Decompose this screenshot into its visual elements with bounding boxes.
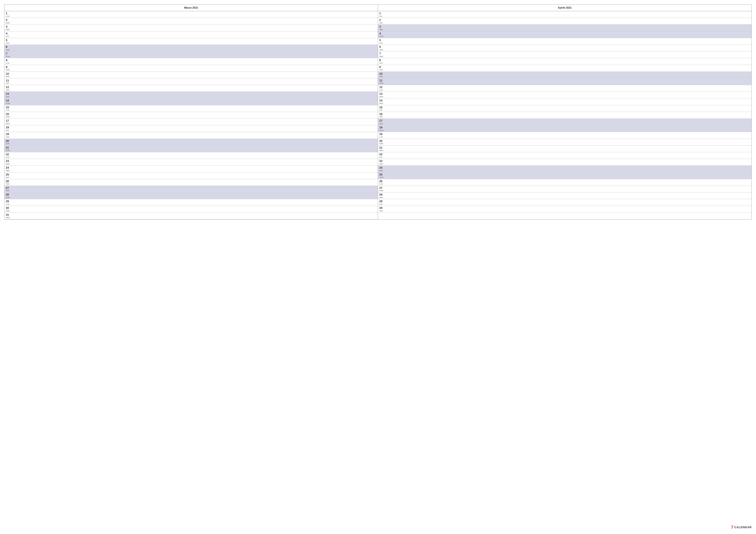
day-row: 6SAB (5, 45, 378, 51)
day-info: 27SAB (6, 186, 11, 192)
page: Marzo 20211LUN2MAR3MER4GIO5VEN6SAB7DOM8L… (0, 0, 756, 534)
day-row: 12VEN (5, 85, 378, 92)
day-name: GIO (379, 15, 384, 17)
day-row: 18GIO (5, 125, 378, 132)
day-row: 28MER (378, 192, 751, 199)
day-row: 25DOM (378, 172, 751, 179)
day-info: 29LUN (6, 200, 11, 205)
month-section-1: Marzo 20211LUN2MAR3MER4GIO5VEN6SAB7DOM8L… (5, 5, 378, 219)
branding-area: 7 CALENDAR (731, 525, 752, 530)
day-name: DOM (379, 176, 384, 179)
day-row: 10SAB (378, 72, 751, 78)
day-name: SAB (379, 29, 384, 31)
day-info: 30VEN (379, 206, 384, 212)
day-row: 7DOM (5, 51, 378, 58)
day-number: 2 (6, 18, 11, 22)
day-info: 11GIO (6, 79, 11, 85)
day-row: 16MAR (5, 112, 378, 119)
day-info: 25GIO (6, 173, 11, 179)
day-name: VEN (6, 136, 11, 138)
day-info: 24SAB (379, 166, 384, 172)
day-name: LUN (6, 62, 11, 64)
day-row: 30VEN (378, 206, 751, 213)
day-name: MAR (379, 190, 384, 192)
day-info: 12LUN (379, 86, 384, 91)
day-info: 26LUN (379, 180, 384, 185)
day-number: 27 (6, 186, 11, 190)
day-number: 6 (6, 45, 11, 49)
day-number: 21 (6, 146, 11, 149)
day-number: 19 (6, 132, 11, 136)
day-row: 3MER (5, 25, 378, 31)
day-name: MAR (6, 22, 11, 24)
day-row: 12LUN (378, 85, 751, 92)
day-name: DOM (6, 149, 11, 152)
day-info: 15LUN (6, 106, 11, 111)
day-name: LUN (379, 136, 384, 138)
day-number: 25 (6, 173, 11, 176)
day-info: 24MER (6, 166, 11, 172)
day-row: 3SAB (378, 25, 751, 31)
day-name: GIO (379, 109, 384, 111)
day-row: 8LUN (5, 58, 378, 65)
day-number: 28 (379, 193, 384, 196)
day-info: 9VEN (379, 65, 384, 71)
day-number: 24 (379, 166, 384, 169)
day-name: MER (379, 196, 384, 199)
day-number: 15 (379, 106, 384, 109)
day-row: 11DOM (378, 78, 751, 85)
day-info: 3SAB (379, 25, 384, 31)
day-name: MAR (379, 49, 384, 51)
day-row: 29LUN (5, 199, 378, 206)
day-number: 12 (6, 86, 11, 89)
day-row: 13SAB (5, 92, 378, 98)
day-info: 11DOM (379, 79, 384, 85)
day-row: 2VEN (378, 18, 751, 25)
day-name: DOM (6, 103, 11, 105)
day-number: 12 (379, 86, 384, 89)
calendar-grid: Marzo 20211LUN2MAR3MER4GIO5VEN6SAB7DOM8L… (4, 4, 752, 220)
day-number: 27 (379, 186, 384, 190)
day-row: 28DOM (5, 192, 378, 199)
day-name: LUN (379, 183, 384, 185)
day-row: 9VEN (378, 65, 751, 72)
day-number: 29 (379, 200, 384, 203)
day-name: VEN (6, 183, 11, 185)
day-number: 11 (379, 79, 384, 82)
day-row: 14DOM (5, 98, 378, 105)
day-row: 18DOM (378, 125, 751, 132)
month-section-2: Aprile 20211GIO2VEN3SAB4DOM5LUN6MAR7MER8… (378, 5, 751, 219)
month-header-2: Aprile 2021 (378, 5, 751, 11)
day-row: 19VEN (5, 132, 378, 139)
day-name: LUN (379, 42, 384, 44)
day-row: 26VEN (5, 179, 378, 186)
day-name: DOM (379, 129, 384, 132)
day-name: VEN (379, 116, 384, 118)
day-number: 8 (379, 59, 384, 62)
day-name: GIO (379, 203, 384, 205)
day-name: DOM (379, 82, 384, 85)
day-name: MER (379, 103, 384, 105)
day-info: 8GIO (379, 59, 384, 64)
day-info: 21DOM (6, 146, 11, 152)
logo-icon: 7 (731, 525, 733, 530)
day-number: 5 (379, 38, 384, 42)
day-name: GIO (6, 129, 11, 132)
day-info: 18GIO (6, 126, 11, 131)
day-number: 21 (379, 146, 384, 149)
day-info: 22GIO (379, 153, 384, 158)
day-row: 16VEN (378, 112, 751, 119)
day-number: 16 (6, 113, 11, 116)
day-info: 16MAR (6, 113, 11, 118)
day-info: 2MAR (6, 18, 11, 24)
day-info: 30MAR (6, 206, 11, 212)
day-row: 10MER (5, 72, 378, 78)
day-row: 13MAR (378, 92, 751, 98)
day-name: LUN (6, 15, 11, 17)
day-row: 14MER (378, 98, 751, 105)
day-info: 3MER (6, 25, 11, 31)
day-name: MER (6, 170, 11, 172)
day-name: MER (6, 216, 11, 219)
day-info: 13MAR (379, 92, 384, 98)
day-name: VEN (379, 69, 384, 71)
